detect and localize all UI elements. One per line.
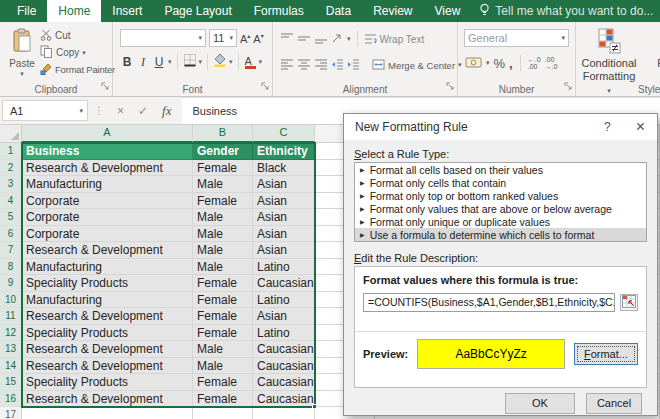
- cell[interactable]: Caucasian: [253, 341, 315, 358]
- format-as-table-button[interactable]: Form Tab: [640, 28, 660, 83]
- column-header-a[interactable]: A: [22, 125, 193, 143]
- cell[interactable]: Asian: [253, 209, 315, 226]
- accounting-dropdown-icon[interactable]: ▾: [486, 59, 490, 67]
- cell[interactable]: Latino: [253, 325, 315, 342]
- copy-button[interactable]: Copy ▾: [38, 44, 115, 61]
- align-left-button[interactable]: [280, 56, 294, 74]
- cell[interactable]: Female: [193, 275, 253, 292]
- font-name-combobox[interactable]: ▾: [120, 29, 206, 47]
- cell[interactable]: Female: [193, 193, 253, 210]
- confirm-entry-button[interactable]: ✓: [131, 104, 155, 118]
- cell[interactable]: Latino: [253, 292, 315, 309]
- rule-type-item[interactable]: ▶Format only values that are above or be…: [355, 202, 646, 215]
- rule-type-item[interactable]: ▶Format only cells that contain: [355, 176, 646, 189]
- cell[interactable]: Speciality Products: [22, 374, 193, 391]
- cell[interactable]: Manufacturing: [22, 292, 193, 309]
- paste-button[interactable]: Paste ▾: [5, 28, 39, 84]
- rule-type-item[interactable]: ▶Format only top or bottom ranked values: [355, 189, 646, 202]
- insert-function-button[interactable]: fx: [155, 103, 178, 119]
- borders-dropdown-icon[interactable]: ▾: [199, 58, 203, 66]
- cell[interactable]: Female: [193, 391, 253, 408]
- cut-button[interactable]: Cut: [38, 27, 115, 44]
- cell[interactable]: Male: [193, 259, 253, 276]
- font-color-dropdown-icon[interactable]: ▾: [259, 58, 263, 66]
- cell[interactable]: Asian: [253, 226, 315, 243]
- cell[interactable]: Gender: [193, 143, 253, 160]
- rule-type-item[interactable]: ▶Format all cells based on their values: [355, 163, 646, 176]
- format-button[interactable]: Format...: [574, 343, 638, 365]
- cell[interactable]: Male: [193, 341, 253, 358]
- accounting-format-button[interactable]: [465, 54, 482, 72]
- align-center-button[interactable]: [297, 56, 311, 74]
- wrap-text-button[interactable]: Wrap Text: [380, 34, 425, 45]
- cell[interactable]: [22, 407, 193, 419]
- cell[interactable]: Research & Development: [22, 358, 193, 375]
- row-header[interactable]: 8: [0, 259, 22, 276]
- cell[interactable]: Asian: [253, 176, 315, 193]
- cell[interactable]: Male: [193, 226, 253, 243]
- underline-button[interactable]: U: [152, 55, 166, 69]
- cell[interactable]: Asian: [253, 193, 315, 210]
- row-header[interactable]: 6: [0, 226, 22, 243]
- cell[interactable]: Research & Development: [22, 160, 193, 177]
- fill-color-button[interactable]: [213, 53, 227, 71]
- increase-decimal-button[interactable]: ←.0.00: [528, 56, 541, 70]
- cell[interactable]: Male: [193, 242, 253, 259]
- cell[interactable]: Ethnicity: [253, 143, 315, 160]
- cell[interactable]: Corporate: [22, 209, 193, 226]
- row-header[interactable]: 14: [0, 358, 22, 375]
- column-header-c[interactable]: C: [253, 125, 315, 143]
- percent-style-button[interactable]: %: [494, 56, 506, 71]
- rule-type-item[interactable]: ▶Format only unique or duplicate values: [355, 215, 646, 228]
- cell[interactable]: Research & Development: [22, 391, 193, 408]
- row-header[interactable]: 5: [0, 209, 22, 226]
- cancel-button[interactable]: Cancel: [586, 393, 642, 414]
- font-size-combobox[interactable]: 11▾: [209, 29, 237, 47]
- cell[interactable]: Research & Development: [22, 308, 193, 325]
- ok-button[interactable]: OK: [505, 393, 575, 414]
- tell-me-box[interactable]: Tell me what you want to do...: [479, 0, 653, 22]
- row-header[interactable]: 12: [0, 325, 22, 342]
- collapse-dialog-button[interactable]: [620, 294, 638, 311]
- cell[interactable]: Male: [193, 209, 253, 226]
- cell[interactable]: Black: [253, 160, 315, 177]
- decrease-font-size-button[interactable]: A▾: [253, 32, 263, 45]
- tab-file[interactable]: File: [6, 0, 47, 22]
- borders-button[interactable]: [183, 53, 197, 71]
- increase-font-size-button[interactable]: A▴: [240, 32, 250, 45]
- cell[interactable]: Business: [22, 143, 193, 160]
- align-top-button[interactable]: [280, 30, 294, 48]
- column-header-b[interactable]: B: [193, 125, 253, 143]
- align-bottom-button[interactable]: [314, 30, 328, 48]
- cell[interactable]: Caucasian: [253, 374, 315, 391]
- cell[interactable]: Speciality Products: [22, 275, 193, 292]
- dialog-title-bar[interactable]: New Formatting Rule ? ×: [344, 114, 657, 140]
- row-header[interactable]: 10: [0, 292, 22, 309]
- tab-view[interactable]: View: [424, 0, 472, 22]
- clipboard-dialog-launcher-icon[interactable]: [101, 76, 109, 94]
- align-right-button[interactable]: [314, 56, 328, 74]
- row-header[interactable]: 17: [0, 407, 22, 419]
- cell[interactable]: Female: [193, 308, 253, 325]
- cell[interactable]: Caucasian: [253, 391, 315, 408]
- font-dialog-launcher-icon[interactable]: [261, 76, 269, 94]
- orientation-button[interactable]: [331, 30, 344, 48]
- cell[interactable]: Asian: [253, 308, 315, 325]
- cell[interactable]: Female: [193, 160, 253, 177]
- rule-type-list[interactable]: ▶Format all cells based on their values▶…: [354, 162, 647, 242]
- tab-data[interactable]: Data: [315, 0, 362, 22]
- row-header[interactable]: 1: [0, 143, 22, 160]
- tab-insert[interactable]: Insert: [101, 0, 153, 22]
- cell[interactable]: Research & Development: [22, 242, 193, 259]
- row-header[interactable]: 2: [0, 160, 22, 177]
- close-icon[interactable]: ×: [624, 118, 657, 136]
- decrease-decimal-button[interactable]: .00→.0: [545, 56, 558, 70]
- cell[interactable]: [193, 407, 253, 419]
- row-header[interactable]: 7: [0, 242, 22, 259]
- cell[interactable]: Corporate: [22, 226, 193, 243]
- alignment-dialog-launcher-icon[interactable]: [446, 76, 454, 94]
- cell[interactable]: Manufacturing: [22, 176, 193, 193]
- row-header[interactable]: 13: [0, 341, 22, 358]
- comma-style-button[interactable]: ,: [509, 56, 513, 71]
- font-color-button[interactable]: A: [244, 55, 257, 69]
